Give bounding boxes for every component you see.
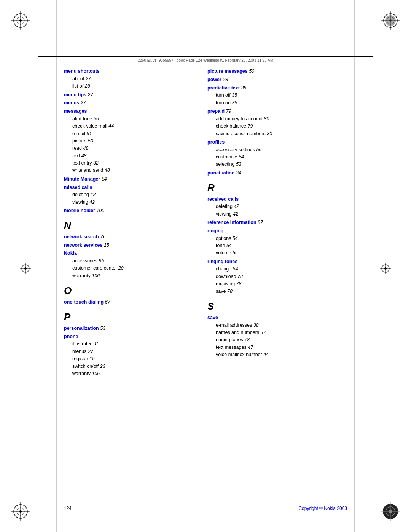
entry-sub-item: text 48 xyxy=(64,152,192,160)
entry-sub-item: warranty 106 xyxy=(64,370,192,377)
entry-page-number: 67 xyxy=(104,299,110,305)
entry-main-label: reference information xyxy=(207,220,256,225)
entry-sub-item: deleting 42 xyxy=(64,191,192,198)
sub-page-number: 20 xyxy=(118,265,124,271)
entry-main-label: punctuation xyxy=(207,170,235,176)
entry-sub-item: menus 27 xyxy=(64,348,192,355)
entry-sub-item: illustrated 10 xyxy=(64,340,192,348)
entry-row: one-touch dialing 67 xyxy=(64,298,192,306)
side-mark-right xyxy=(380,263,391,275)
entry-sub-item: accessories 96 xyxy=(64,257,192,265)
sub-page-number: 78 xyxy=(236,281,242,286)
section-letter-r: R xyxy=(207,182,347,194)
sub-page-number: 78 xyxy=(227,289,233,294)
entry-main-label: phone xyxy=(64,334,78,339)
sub-page-number: 55 xyxy=(94,116,99,121)
entry-row: Nokia xyxy=(64,249,192,257)
sub-page-number: 54 xyxy=(226,243,232,248)
sub-page-number: 10 xyxy=(94,341,99,347)
entry-sub-item: read 48 xyxy=(64,145,192,152)
right-column: picture messages 50power 23predictive te… xyxy=(200,67,347,486)
copyright-text: Copyright © Nokia 2003 xyxy=(298,506,347,511)
entry-page-number: 27 xyxy=(86,92,93,97)
entry-sub-item: check voice mail 44 xyxy=(64,123,192,130)
sub-page-number: 106 xyxy=(92,273,100,278)
entry-main-label: messages xyxy=(64,109,87,114)
entry-sub-item: deleting 42 xyxy=(207,203,347,210)
entry-page-number: 34 xyxy=(235,170,241,176)
sub-page-number: 80 xyxy=(267,131,272,136)
sub-page-number: 50 xyxy=(88,138,93,144)
entry-sub-item: e-mail addresses 38 xyxy=(207,322,347,329)
entry-main-label: menus xyxy=(64,100,79,105)
entry-sub-item: add money to account 80 xyxy=(207,115,347,123)
entry-sub-item: alert tone 55 xyxy=(64,115,192,123)
entry-sub-item: tone 54 xyxy=(207,242,347,249)
entry-row: network search 70 xyxy=(64,233,192,241)
entry-sub-item: viewing 42 xyxy=(207,211,347,218)
sub-page-number: 35 xyxy=(232,93,237,98)
entry-main-label: Minute Manager xyxy=(64,176,100,182)
entry-sub-item: picture 50 xyxy=(64,137,192,145)
entry-row: messages xyxy=(64,107,192,115)
entry-page-number: 79 xyxy=(225,109,231,114)
entry-row: phone xyxy=(64,333,192,340)
sub-page-number: 42 xyxy=(89,200,95,205)
entry-row: mobile holder 100 xyxy=(64,207,192,214)
entry-sub-item: accessory settings 56 xyxy=(207,146,347,153)
entry-sub-item: customize 54 xyxy=(207,153,347,161)
entry-sub-item: viewing 42 xyxy=(64,199,192,206)
svg-point-10 xyxy=(385,15,396,26)
entry-main-label: save xyxy=(207,315,218,320)
entry-row: menus 27 xyxy=(64,99,192,107)
sub-page-number: 56 xyxy=(256,147,261,152)
entry-sub-item: voice mailbox number 44 xyxy=(207,351,347,358)
section-letter-p: P xyxy=(64,311,192,323)
entry-row: prepaid 79 xyxy=(207,107,347,115)
side-mark-left xyxy=(20,263,31,275)
entry-sub-item: turn off 35 xyxy=(207,92,347,99)
sub-page-number: 42 xyxy=(234,204,239,209)
entry-page-number: 87 xyxy=(256,220,263,225)
entry-main-label: picture messages xyxy=(207,69,248,74)
entry-row: Minute Manager 84 xyxy=(64,175,192,183)
entry-sub-item: ringing tones 78 xyxy=(207,336,347,343)
entry-sub-item: save 78 xyxy=(207,288,347,295)
entry-main-label: menu tips xyxy=(64,92,86,97)
entry-row: picture messages 50 xyxy=(207,67,347,75)
entry-sub-item: saving access numbers 80 xyxy=(207,130,347,137)
entry-main-label: one-touch dialing xyxy=(64,299,104,305)
header-bar: 2260.ENv1_9355957_.book Page 124 Wednesd… xyxy=(38,56,373,62)
entry-main-label: received calls xyxy=(207,197,239,202)
footer: 124 Copyright © Nokia 2003 xyxy=(64,506,347,511)
sub-page-number: 48 xyxy=(81,153,87,158)
entry-sub-item: names and numbers 37 xyxy=(207,329,347,336)
entry-row: network services 15 xyxy=(64,241,192,249)
entry-sub-item: about 27 xyxy=(64,75,192,83)
entry-main-label: missed calls xyxy=(64,185,92,190)
section-letter-n: N xyxy=(64,220,192,232)
corner-mark-br xyxy=(381,502,400,521)
sub-page-number: 27 xyxy=(86,76,91,81)
entry-sub-item: text messages 47 xyxy=(207,344,347,351)
sub-page-number: 106 xyxy=(92,371,100,376)
entry-sub-item: change 54 xyxy=(207,265,347,273)
entry-sub-item: volume 55 xyxy=(207,249,347,257)
sub-page-number: 78 xyxy=(244,337,250,342)
entry-row: missed calls xyxy=(64,184,192,191)
sub-page-number: 44 xyxy=(263,352,269,357)
entry-sub-item: turn on 35 xyxy=(207,99,347,107)
entry-sub-item: options 54 xyxy=(207,235,347,242)
corner-mark-tl xyxy=(11,11,30,30)
corner-mark-bl xyxy=(11,502,30,521)
entry-main-label: menu shortcuts xyxy=(64,69,100,74)
entry-row: ringing xyxy=(207,227,347,235)
sub-page-number: 78 xyxy=(237,274,243,279)
entry-row: menu tips 27 xyxy=(64,91,192,99)
entry-page-number: 35 xyxy=(240,85,246,91)
sub-page-number: 54 xyxy=(233,266,238,272)
entry-page-number: 100 xyxy=(95,208,104,213)
sub-page-number: 44 xyxy=(108,123,114,129)
vline-right xyxy=(354,0,355,532)
sub-page-number: 27 xyxy=(88,349,93,354)
